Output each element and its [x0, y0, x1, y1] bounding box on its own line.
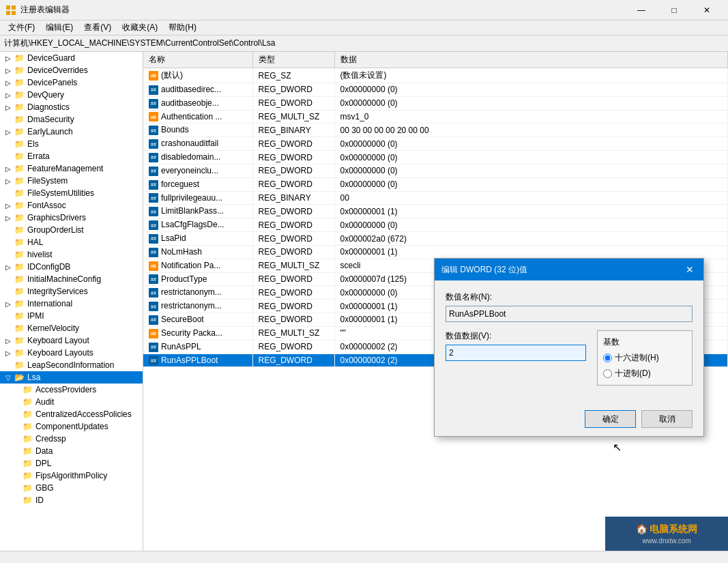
value-left: 数值数据(V):	[446, 330, 586, 386]
edit-dword-dialog: 编辑 DWORD (32 位)值 ✕ 数值名称(N): 数值数据(V): 基数 …	[434, 258, 704, 437]
base-group: 基数 十六进制(H) 十进制(D)	[597, 330, 693, 386]
hex-label: 十六进制(H)	[615, 352, 659, 364]
dec-radio-label[interactable]: 十进制(D)	[603, 368, 686, 379]
base-label: 基数	[603, 336, 686, 348]
data-input[interactable]	[446, 345, 586, 361]
hex-radio-label[interactable]: 十六进制(H)	[603, 352, 686, 364]
hex-radio[interactable]	[603, 353, 612, 362]
dialog-body: 数值名称(N): 数值数据(V): 基数 十六进制(H) 十进制(D)	[435, 280, 703, 405]
cancel-button[interactable]: 取消	[641, 410, 693, 428]
dec-label: 十进制(D)	[615, 368, 651, 379]
confirm-button[interactable]: 确定	[585, 410, 636, 428]
value-row: 数值数据(V): 基数 十六进制(H) 十进制(D)	[446, 330, 693, 386]
dialog-close-button[interactable]: ✕	[683, 263, 697, 276]
dec-radio[interactable]	[603, 369, 612, 378]
dialog-footer: 确定 取消	[435, 405, 703, 436]
data-label: 数值数据(V):	[446, 330, 586, 342]
radio-group: 十六进制(H) 十进制(D)	[603, 352, 686, 379]
name-input[interactable]	[446, 306, 693, 322]
name-label: 数值名称(N):	[446, 291, 693, 303]
dialog-title-text: 编辑 DWORD (32 位)值	[441, 264, 527, 276]
dialog-title-bar: 编辑 DWORD (32 位)值 ✕	[435, 259, 703, 280]
